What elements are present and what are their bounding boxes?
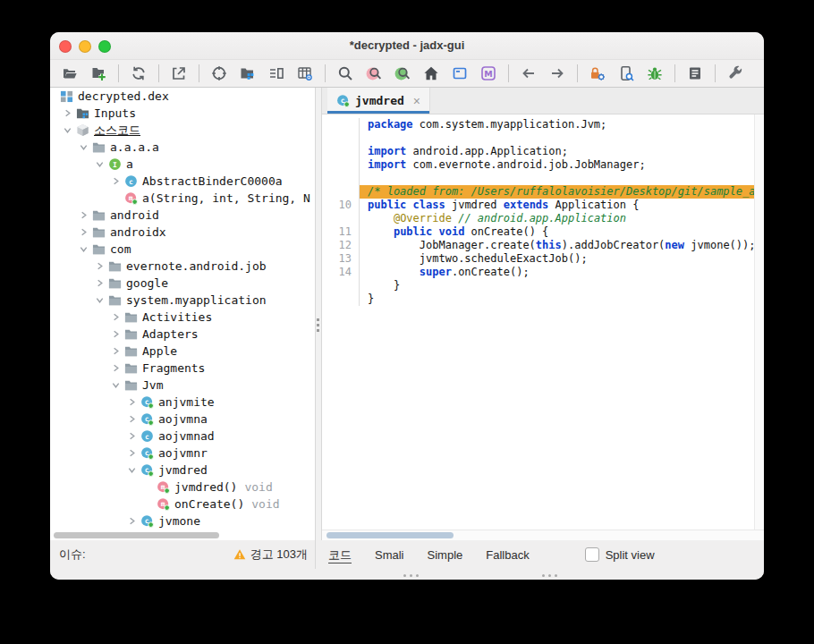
tree-item[interactable]: cjvmone <box>50 513 315 530</box>
tree-item[interactable]: mjvmdred()void <box>50 479 315 496</box>
compass-button[interactable] <box>208 63 231 84</box>
tree-item[interactable]: com <box>50 241 315 258</box>
panel-splitter[interactable] <box>315 88 322 540</box>
resize-grip-icon[interactable] <box>542 574 557 577</box>
chevron-right-icon[interactable] <box>107 362 123 375</box>
tree-item[interactable]: ma(String, int, String, N <box>50 190 315 207</box>
code-scrollbar-thumb[interactable] <box>326 532 454 538</box>
chevron-right-icon[interactable] <box>59 107 75 120</box>
debugger-button[interactable] <box>643 63 666 84</box>
text-search-button[interactable] <box>362 63 386 84</box>
code-line <box>322 131 755 145</box>
tree-item-label: Activities <box>142 310 212 324</box>
tree-item[interactable]: canjvmite <box>50 394 315 411</box>
chevron-down-icon[interactable] <box>123 464 140 477</box>
view-tab-smali[interactable]: Smali <box>375 548 404 563</box>
tree-item[interactable]: Apple <box>50 343 315 360</box>
tree-item[interactable]: Activities <box>50 309 315 326</box>
editor-tab-jvmdred[interactable]: c jvmdred × <box>327 88 430 114</box>
deobfuscation-icon <box>589 65 606 81</box>
tree-scrollbar-thumb[interactable] <box>54 532 219 538</box>
tree-item[interactable]: androidx <box>50 224 315 241</box>
deobfuscation-button[interactable] <box>586 63 609 84</box>
line-number <box>322 118 360 131</box>
search-button[interactable] <box>334 63 357 84</box>
chevron-right-icon[interactable] <box>123 515 140 528</box>
chevron-down-icon[interactable] <box>107 379 123 392</box>
tree-item[interactable]: evernote.android.job <box>50 258 315 275</box>
chevron-down-icon[interactable] <box>91 158 107 171</box>
preferences-button[interactable] <box>724 63 747 84</box>
chevron-right-icon[interactable] <box>123 413 140 426</box>
chevron-down-icon[interactable] <box>75 243 91 256</box>
tree-item[interactable]: Inputs <box>50 105 315 122</box>
chevron-right-icon[interactable] <box>75 209 91 222</box>
folder-icon <box>123 344 138 359</box>
flat-list-icon <box>268 65 284 81</box>
chevron-right-icon[interactable] <box>123 430 140 443</box>
chevron-spacer <box>107 192 123 205</box>
code-vertical-scrollbar[interactable] <box>754 114 764 530</box>
view-tab-simple[interactable]: Simple <box>428 548 463 563</box>
code-line: import com.evernote.android.job.JobManag… <box>322 158 755 172</box>
tree-item-label: Jvm <box>142 378 163 392</box>
sync-dirs-button[interactable] <box>236 63 259 84</box>
tree-item[interactable]: a.a.a.a <box>50 139 315 156</box>
back-button[interactable] <box>517 63 540 84</box>
tree-item[interactable]: 소스코드 <box>50 122 315 139</box>
open-file-button[interactable] <box>58 63 81 84</box>
class-search-button[interactable] <box>391 63 414 84</box>
add-files-button[interactable] <box>87 63 110 84</box>
flat-list-button[interactable] <box>265 63 288 84</box>
frame-button[interactable] <box>448 63 471 84</box>
code-horizontal-scrollbar[interactable] <box>322 530 764 540</box>
resize-grip-icon[interactable] <box>403 574 419 577</box>
chevron-right-icon[interactable] <box>123 396 140 409</box>
reload-icon <box>131 65 147 81</box>
chevron-down-icon[interactable] <box>59 124 75 137</box>
tree-item[interactable]: Ia <box>50 156 315 173</box>
tree-item[interactable]: decrypted.dex <box>50 88 315 105</box>
chevron-down-icon[interactable] <box>91 294 107 307</box>
tree-item[interactable]: android <box>50 207 315 224</box>
view-tab-fallback[interactable]: Fallback <box>486 548 529 563</box>
tree-item[interactable]: caojvmnr <box>50 445 315 462</box>
tree-item[interactable]: monCreate()void <box>50 496 315 513</box>
split-view-toggle[interactable]: Split view <box>585 547 655 562</box>
tree-item[interactable]: system.myapplication <box>50 292 315 309</box>
chevron-right-icon[interactable] <box>91 277 107 290</box>
chevron-down-icon[interactable] <box>75 141 91 154</box>
tree-item[interactable]: Adapters <box>50 326 315 343</box>
chevron-right-icon[interactable] <box>123 447 140 460</box>
chevron-right-icon[interactable] <box>107 345 123 358</box>
main-activity-button[interactable]: M <box>477 63 500 84</box>
chevron-right-icon[interactable] <box>75 226 91 239</box>
code-area[interactable]: package com.system.myapplication.Jvm;imp… <box>322 118 755 530</box>
split-view-checkbox[interactable] <box>585 547 599 562</box>
chevron-right-icon[interactable] <box>107 175 123 188</box>
device-search-button[interactable] <box>615 63 638 84</box>
chevron-right-icon[interactable] <box>107 328 123 341</box>
table-settings-button[interactable] <box>293 63 317 84</box>
close-tab-icon[interactable]: × <box>413 95 420 107</box>
log-viewer-button[interactable] <box>683 63 707 84</box>
view-tab-code[interactable]: 코드 <box>328 548 352 564</box>
tree-horizontal-scrollbar[interactable] <box>50 530 315 540</box>
tree-item[interactable]: Jvm <box>50 377 315 394</box>
tree-item[interactable]: google <box>50 275 315 292</box>
forward-button[interactable] <box>546 63 569 84</box>
table-settings-icon <box>297 65 313 81</box>
tree-item[interactable]: caojvmna <box>50 411 315 428</box>
tree-item[interactable]: cAbstractBinderC0000a <box>50 173 315 190</box>
tree-item[interactable]: caojvmnad <box>50 428 315 445</box>
chevron-right-icon[interactable] <box>91 260 107 273</box>
tree-item[interactable]: Fragments <box>50 360 315 377</box>
export-button[interactable] <box>167 63 191 84</box>
chevron-right-icon[interactable] <box>107 311 123 324</box>
reload-button[interactable] <box>127 63 150 84</box>
warning-counter[interactable]: 경고 103개 <box>233 547 308 563</box>
tree-item[interactable]: cjvmdred <box>50 462 315 479</box>
code-line: package com.system.myapplication.Jvm; <box>322 118 755 131</box>
home-button[interactable] <box>420 63 443 84</box>
line-number: 13 <box>322 252 360 266</box>
